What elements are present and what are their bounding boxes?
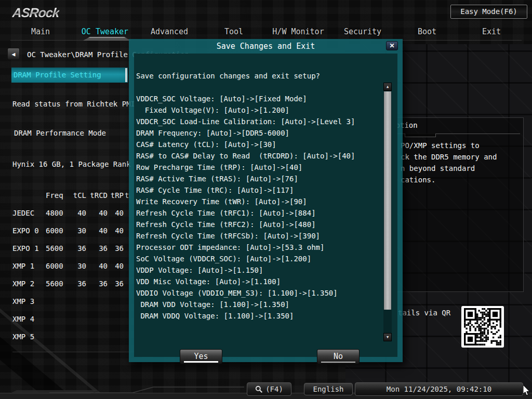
list-item-dram-performance-mode[interactable]: DRAM Performance Mode [14,129,106,137]
table-cell: 5600 [46,240,65,257]
table-cell: 36 [65,275,86,292]
tab-security[interactable]: Security [330,26,395,37]
dialog-line: Refresh Cycle Time (tRFCSb): [Auto]->[39… [136,230,384,242]
description-line: cations. [401,174,497,185]
table-cell: tRCD [86,187,108,204]
table-cell [108,328,124,345]
description-line: PO/XMP settings to [401,140,497,151]
table-row: XMP 25600363636 [12,275,130,292]
search-button[interactable]: (F4) [247,382,291,396]
back-button[interactable]: ◀ [7,48,20,60]
table-row: XMP 16000304040 [12,257,130,275]
tab-oc-tweaker[interactable]: OC Tweaker [73,26,137,37]
dialog-line: Refresh Cycle Time (tRFC2): [Auto]->[480… [136,219,384,230]
scroll-down-button[interactable]: ▼ [383,333,392,341]
table-cell: tCL [65,187,86,204]
yes-button[interactable]: Yes [180,349,222,364]
dialog-line [136,82,384,93]
dialog-line: Fixed Voltage(V): [Auto]->[1.200] [136,104,384,116]
dialog-line: DRAM VDD Voltage: [1.100]->[1.350] [136,299,384,310]
no-button-label: No [334,352,343,361]
dialog-body: Save configuration changes and exit setu… [134,54,397,357]
table-cell [65,310,86,328]
table-cell: 40 [86,204,108,222]
dialog-title: Save Changes and Exit [129,39,403,54]
table-cell: 36 [86,275,108,292]
table-row: EXPO 15600363636 [12,240,130,257]
table-cell: 6000 [46,222,65,240]
table-cell: 5600 [46,275,65,292]
table-cell: XMP 3 [12,292,46,310]
dialog-line: VDD Misc Voltage: [Auto]->[1.100] [136,276,384,287]
tab-tool[interactable]: Tool [202,26,266,37]
table-row: XMP 3 [12,292,130,310]
table-cell: 36 [86,240,108,257]
dialog-line: VDDIO Voltage (VDDIO_MEM_S3): [1.100]->[… [136,287,384,299]
tab-h-w-monitor[interactable]: H/W Monitor [266,26,330,37]
table-cell: 40 [108,257,124,275]
dialog-line: VDDCR_SOC Load-Line Calibration: [Auto]-… [136,116,384,127]
dialog-line: VDDCR_SOC Voltage: [Auto]->[Fixed Mode] [136,93,384,104]
easy-mode-button[interactable]: Easy Mode(F6) [450,5,527,19]
close-icon[interactable]: ✕ [386,41,398,50]
table-cell: 4800 [46,204,65,222]
active-tab-indicator [83,37,131,41]
table-cell: XMP 1 [12,257,46,275]
dialog-line: RAS# Active Time (tRAS): [Auto]->[76] [136,173,384,184]
table-cell: 6000 [46,257,65,275]
dialog-line: SoC Voltage (VDDCR_SOC): [Auto]->[1.200] [136,253,384,264]
tab-bar: MainOC TweakerAdvancedToolH/W MonitorSec… [8,26,524,37]
tab-main[interactable]: Main [8,26,73,37]
list-item-dram-profile-setting[interactable]: DRAM Profile Setting [11,68,128,83]
dialog-line: Write Recovery Time (tWR): [Auto]->[90] [136,196,384,207]
table-cell [65,328,86,345]
description-divider-notch [405,134,436,137]
tab-advanced[interactable]: Advanced [137,26,202,37]
qr-caption: tails via QR [398,309,450,317]
table-cell [86,310,108,328]
dram-table: FreqtCLtRCDtRPtRJEDEC4800404040EXPO 0600… [12,187,130,345]
table-cell [46,310,65,328]
dialog-line: RAS# Cycle Time (tRC): [Auto]->[117] [136,184,384,196]
dialog-line: Save configuration changes and exit setu… [136,70,384,82]
yes-button-label: Yes [194,352,208,361]
table-cell: Freq [46,187,65,204]
search-hotkey-label: (F4) [265,383,283,395]
dialog-line: DRAM VDDQ Voltage: [1.100]->[1.350] [136,310,384,322]
tab-boot[interactable]: Boot [395,26,459,37]
asrock-logo: ASRock [11,5,60,20]
table-cell [46,292,65,310]
description-line: n beyond standard [401,163,497,174]
mouse-cursor [523,385,531,396]
table-cell: EXPO 1 [12,240,46,257]
table-cell: JEDEC [12,204,46,222]
table-row: XMP 5 [12,328,130,345]
table-cell [86,328,108,345]
datetime-display[interactable]: Mon 11/24/2025, 09:42:10 [355,382,523,396]
table-header-row: FreqtCLtRCDtRPtR [12,187,130,204]
scrollbar-thumb[interactable] [384,91,391,310]
table-cell: 40 [86,257,108,275]
table-row: EXPO 06000304040 [12,222,130,240]
table-cell [65,292,86,310]
table-cell: 40 [108,222,124,240]
dram-module-info: Hynix 16 GB, 1 Package Rank [12,160,131,168]
dialog-line: Processor ODT impedance: [Auto]->[53.3 o… [136,242,384,253]
tab-exit[interactable]: Exit [459,26,524,37]
description-line: ck the DDR5 memory and [401,151,497,163]
dialog-line: Row Precharge Time (tRP): [Auto]->[40] [136,162,384,173]
search-icon [255,385,263,393]
language-button[interactable]: English [304,383,353,395]
yes-focus-underline [184,361,218,363]
table-cell: 30 [65,222,86,240]
table-cell: 36 [108,275,124,292]
dialog-lines: Save configuration changes and exit setu… [136,70,384,322]
table-row: JEDEC4800404040 [12,204,130,222]
table-cell [108,292,124,310]
no-button[interactable]: No [317,349,360,364]
scroll-up-button[interactable]: ▲ [383,83,392,91]
dialog-scrollbar[interactable]: ▲ ▼ [383,83,392,341]
list-item-read-status[interactable]: Read status from Richtek PMI [12,100,135,108]
table-cell: XMP 4 [12,310,46,328]
table-cell: 40 [86,222,108,240]
